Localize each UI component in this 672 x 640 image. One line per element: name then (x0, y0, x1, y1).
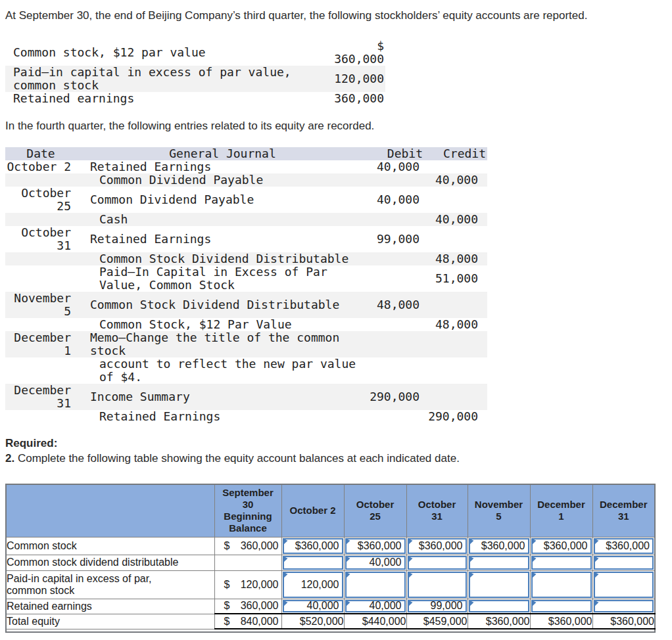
dollar-sign: $ (224, 616, 230, 628)
journal-credit-cell (425, 357, 487, 384)
answer-cell[interactable] (531, 556, 592, 570)
balance-cell (592, 570, 655, 599)
balance-cell (344, 570, 406, 599)
balance-cell (468, 570, 530, 599)
equity-account-balance: 360,000 (297, 92, 385, 105)
answer-cell[interactable] (531, 600, 592, 613)
balance-cell: 120,000 (281, 570, 344, 599)
journal-account-cell: Memo–Change the title of the common stoc… (76, 331, 369, 357)
answer-flag-icon (283, 601, 288, 607)
answer-cell[interactable] (408, 556, 467, 570)
journal-header-general-journal: General Journal (76, 147, 369, 160)
journal-header-credit: Credit (425, 147, 487, 160)
answer-value: $360,000 (606, 540, 650, 552)
answer-cell[interactable] (594, 572, 654, 598)
balance-cell (592, 555, 655, 570)
answer-cell[interactable] (594, 556, 654, 570)
journal-debit-cell: 40,000 (369, 160, 425, 173)
journal-date-cell: October 2 (5, 160, 76, 173)
journal-debit-cell (369, 213, 425, 226)
balance-column-header: October 25 (344, 484, 406, 537)
balance-row: Common stock dividend distributable40,00… (6, 555, 655, 570)
answer-flag-icon (283, 539, 288, 545)
journal-debit-cell (369, 357, 425, 384)
equity-account-label: Common stock, $12 par value (5, 39, 297, 66)
journal-row: November 5Common Stock Dividend Distribu… (5, 292, 487, 318)
balance-cell (530, 570, 592, 599)
balance-row-label: Total equity (6, 614, 214, 629)
answer-cell[interactable] (469, 572, 529, 598)
journal-credit-cell (425, 384, 487, 410)
answer-cell[interactable]: 40,000 (283, 600, 343, 613)
answer-flag-icon (346, 601, 350, 607)
answer-cell[interactable] (594, 600, 654, 613)
journal-credit-cell (425, 292, 487, 318)
answer-cell[interactable]: $360,000 (345, 538, 406, 554)
answer-value: $360,000 (358, 540, 402, 552)
answer-flag-icon (283, 557, 288, 563)
journal-header-date: Date (5, 147, 76, 160)
journal-account-cell: Income Summary (76, 384, 369, 410)
answer-cell[interactable] (469, 556, 529, 570)
journal-account-cell: Common Stock, $12 Par Value (76, 318, 369, 331)
journal-credit-cell: 40,000 (425, 213, 487, 226)
requirement-2: 2. Complete the following table showing … (5, 452, 672, 465)
dollar-sign: $ (224, 600, 230, 612)
answer-flag-icon (594, 557, 599, 563)
answer-flag-icon (594, 601, 599, 607)
requirement-2-number: 2. (5, 452, 14, 465)
answer-value: $360,000 (419, 540, 463, 552)
journal-row: October 31Retained Earnings99,000 (5, 226, 487, 252)
total-value-cell: $520,000 (281, 614, 344, 629)
journal-header-debit: Debit (369, 147, 425, 160)
journal-account-cell: Common Dividend Payable (76, 173, 369, 187)
answer-cell[interactable]: $360,000 (469, 538, 529, 554)
balance-cell: $360,000 (530, 537, 592, 555)
answer-cell[interactable]: 99,000 (408, 600, 467, 613)
answer-cell[interactable] (408, 572, 467, 598)
journal-account-cell: account to reflect the new par value of … (76, 357, 369, 384)
answer-cell[interactable] (531, 572, 592, 598)
journal-debit-cell (369, 265, 425, 292)
balance-header-corner (6, 484, 214, 537)
intro-paragraph: At September 30, the end of Beijing Comp… (5, 9, 672, 22)
answer-cell[interactable]: 120,000 (283, 572, 343, 598)
journal-credit-cell (425, 187, 487, 213)
balance-cell: 40,000 (344, 555, 406, 570)
equity-accounts-table: Common stock, $12 par value$ 360,000Paid… (5, 39, 385, 105)
balance-cell (468, 599, 530, 614)
equity-balances-table: September 30 Beginning BalanceOctober 2O… (5, 484, 656, 633)
balance-cell: 40,000 (344, 599, 406, 614)
answer-cell[interactable] (469, 600, 529, 613)
answer-cell[interactable]: $360,000 (594, 538, 654, 554)
journal-debit-cell (369, 331, 425, 357)
balance-row: Paid-in capital in excess of par, common… (6, 570, 655, 599)
answer-flag-icon (346, 539, 350, 545)
journal-row: December 1Memo–Change the title of the c… (5, 331, 487, 357)
balance-cell: 40,000 (281, 599, 344, 614)
answer-cell[interactable] (283, 556, 343, 570)
answer-cell[interactable]: $360,000 (283, 538, 343, 554)
journal-debit-cell: 290,000 (369, 384, 425, 410)
journal-credit-cell: 48,000 (425, 318, 487, 331)
balance-row: Common stock$360,000$360,000$360,000$360… (6, 537, 655, 555)
answer-value: 40,000 (370, 557, 402, 568)
journal-debit-cell: 40,000 (369, 187, 425, 213)
answer-cell[interactable]: $360,000 (408, 538, 467, 554)
answer-cell[interactable]: 40,000 (345, 600, 406, 613)
balance-cell: $360,000 (281, 537, 344, 555)
journal-debit-cell (369, 252, 425, 265)
journal-row: October 2Retained Earnings40,000 (5, 160, 487, 173)
journal-credit-cell: 51,000 (425, 265, 487, 292)
journal-date-cell (5, 213, 76, 226)
answer-flag-icon (408, 557, 413, 563)
balance-row: Retained earnings$360,00040,00040,00099,… (6, 599, 655, 614)
answer-flag-icon (532, 601, 537, 607)
total-value-cell: $360,000 (468, 614, 530, 629)
balance-cell (530, 599, 592, 614)
answer-cell[interactable]: 40,000 (345, 556, 406, 570)
answer-cell[interactable] (345, 572, 406, 598)
answer-value: $360,000 (481, 540, 525, 552)
answer-cell[interactable]: $360,000 (531, 538, 592, 554)
balance-cell (530, 555, 592, 570)
